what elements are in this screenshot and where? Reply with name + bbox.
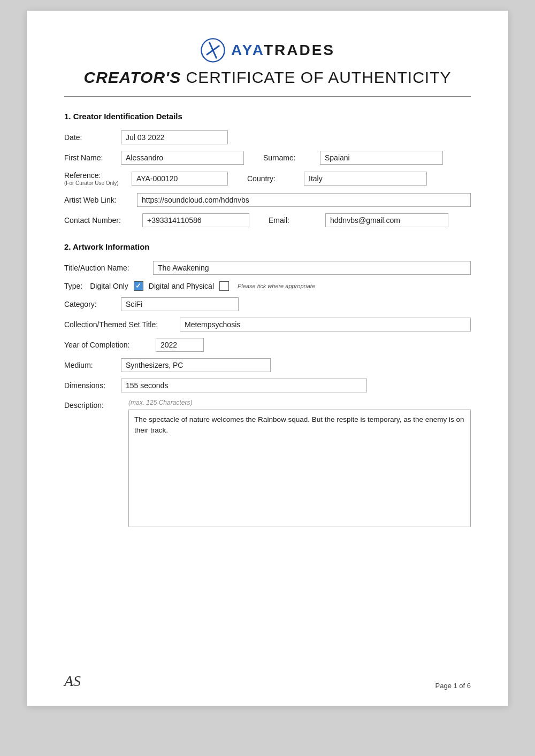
dimensions-row: Dimensions: 155 seconds [64, 379, 471, 392]
contact-label: Contact Number: [64, 216, 139, 225]
collection-label: Collection/Themed Set Title: [64, 320, 177, 329]
email-label: Email: [269, 216, 322, 225]
header-divider [64, 96, 471, 97]
header: AYATRADES CREATOR'S CERTIFICATE OF AUTHE… [64, 37, 471, 87]
name-row: First Name: Alessandro Surname: Spaiani [64, 151, 471, 165]
category-row: Category: SciFi [64, 297, 471, 311]
description-row: Description: (max. 125 Characters) The s… [64, 399, 471, 527]
digital-only-checkbox[interactable]: ✓ [134, 281, 143, 291]
description-field[interactable]: The spectacle of nature welcomes the Rai… [128, 410, 471, 527]
artwork-title-field[interactable]: The Awakening [153, 261, 471, 275]
date-row: Date: Jul 03 2022 [64, 130, 471, 144]
certificate-page: AYATRADES CREATOR'S CERTIFICATE OF AUTHE… [27, 11, 508, 706]
contact-row: Contact Number: +393314110586 Email: hdd… [64, 213, 471, 227]
collection-row: Collection/Themed Set Title: Metempsycho… [64, 318, 471, 331]
weblink-row: Artist Web Link: https://soundcloud.com/… [64, 193, 471, 207]
logo-icon [200, 37, 226, 63]
logo-text: AYATRADES [231, 42, 335, 59]
artwork-title-label: Title/Auction Name: [64, 264, 150, 272]
type-label: Type: [64, 282, 82, 290]
page-number: Page 1 of 6 [435, 682, 471, 690]
date-label: Date: [64, 133, 118, 142]
description-label: Description: [64, 399, 128, 410]
reference-row: Reference: (For Curator Use Only) AYA-00… [64, 171, 471, 187]
reference-label: Reference: [64, 171, 128, 180]
section-artwork-info: 2. Artwork Information Title/Auction Nam… [64, 242, 471, 527]
country-label: Country: [247, 174, 301, 183]
section2-title: 2. Artwork Information [64, 242, 471, 251]
date-field[interactable]: Jul 03 2022 [121, 130, 228, 144]
country-field[interactable]: Italy [304, 172, 427, 186]
dimensions-label: Dimensions: [64, 381, 118, 390]
weblink-label: Artist Web Link: [64, 196, 134, 204]
medium-label: Medium: [64, 361, 118, 369]
weblink-field[interactable]: https://soundcloud.com/hddnvbs [137, 193, 471, 207]
firstname-label: First Name: [64, 153, 118, 162]
cert-title: CREATOR'S CERTIFICATE OF AUTHENTICITY [64, 68, 471, 87]
please-tick-note: Please tick where appropriate [238, 283, 315, 289]
cert-title-bold: CREATOR'S [84, 68, 181, 86]
surname-label: Surname: [263, 153, 317, 162]
reference-sublabel: (For Curator Use Only) [64, 180, 128, 187]
contact-field[interactable]: +393314110586 [142, 213, 249, 227]
signature: AS [64, 673, 81, 690]
email-field[interactable]: hddnvbs@gmail.com [325, 213, 448, 227]
reference-field[interactable]: AYA-000120 [132, 172, 228, 186]
category-field[interactable]: SciFi [121, 297, 239, 311]
type-row: Type: Digital Only ✓ Digital and Physica… [64, 281, 471, 291]
signature-text: AS [64, 673, 81, 689]
cert-title-rest: CERTIFICATE OF AUTHENTICITY [181, 68, 451, 86]
surname-field[interactable]: Spaiani [320, 151, 443, 165]
description-block: (max. 125 Characters) The spectacle of n… [128, 399, 471, 527]
digital-physical-label: Digital and Physical [149, 282, 214, 290]
year-row: Year of Completion: 2022 [64, 338, 471, 352]
collection-field[interactable]: Metempsychosis [180, 318, 471, 331]
medium-field[interactable]: Synthesizers, PC [121, 358, 271, 372]
logo-trades: TRADES [264, 42, 335, 58]
page-footer: AS Page 1 of 6 [64, 673, 471, 690]
digital-only-label: Digital Only [90, 282, 128, 290]
category-label: Category: [64, 300, 118, 308]
section1-title: 1. Creator Identification Details [64, 112, 471, 121]
digital-physical-checkbox[interactable] [219, 281, 229, 291]
year-label: Year of Completion: [64, 341, 152, 349]
logo-aya: AYA [231, 42, 264, 58]
medium-row: Medium: Synthesizers, PC [64, 358, 471, 372]
artwork-title-row: Title/Auction Name: The Awakening [64, 261, 471, 275]
section-creator-details: 1. Creator Identification Details Date: … [64, 112, 471, 227]
svg-line-2 [207, 46, 219, 55]
logo-area: AYATRADES [64, 37, 471, 63]
firstname-field[interactable]: Alessandro [121, 151, 244, 165]
year-field[interactable]: 2022 [156, 338, 204, 352]
dimensions-field[interactable]: 155 seconds [121, 379, 367, 392]
reference-label-block: Reference: (For Curator Use Only) [64, 171, 128, 187]
description-hint: (max. 125 Characters) [128, 399, 471, 406]
